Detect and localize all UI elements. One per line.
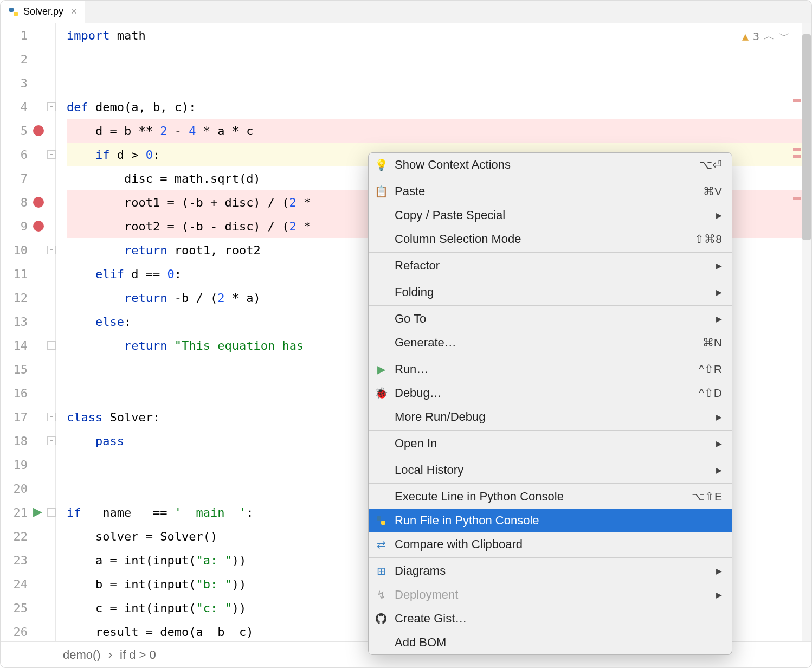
code-line[interactable] bbox=[67, 47, 811, 71]
breakpoint-icon[interactable] bbox=[33, 197, 44, 208]
close-tab-icon[interactable]: × bbox=[71, 6, 77, 17]
line-number[interactable]: 9 bbox=[6, 214, 28, 238]
menu-item-debug[interactable]: 🐞Debug…^⇧D bbox=[369, 381, 732, 405]
svg-rect-3 bbox=[381, 521, 385, 525]
line-number[interactable]: 4 bbox=[6, 95, 28, 119]
editor-tab[interactable]: Solver.py × bbox=[1, 1, 85, 23]
menu-separator bbox=[369, 178, 732, 178]
gutter[interactable]: 1234567891011121314151617181920212223242… bbox=[1, 23, 56, 641]
menu-item-run-file-in-python-console[interactable]: Run File in Python Console bbox=[369, 509, 732, 532]
python-file-icon bbox=[8, 7, 19, 17]
breakpoint-icon[interactable] bbox=[33, 125, 44, 136]
line-number[interactable]: 11 bbox=[6, 262, 28, 286]
menu-item-execute-line-in-python-console[interactable]: Execute Line in Python Console⌥⇧E bbox=[369, 485, 732, 509]
menu-item-create-gist[interactable]: Create Gist… bbox=[369, 607, 732, 631]
breakpoint-icon[interactable] bbox=[33, 221, 44, 232]
menu-item-open-in[interactable]: Open In▶ bbox=[369, 432, 732, 455]
menu-shortcut: ⌘V bbox=[703, 185, 722, 198]
line-number[interactable]: 10 bbox=[6, 238, 28, 262]
menu-item-label: Folding bbox=[395, 285, 710, 299]
menu-item-show-context-actions[interactable]: 💡Show Context Actions⌥⏎ bbox=[369, 153, 732, 177]
menu-item-label: Run… bbox=[395, 362, 692, 376]
line-number[interactable]: 3 bbox=[6, 71, 28, 95]
menu-shortcut: ⌥⏎ bbox=[699, 158, 722, 171]
line-number[interactable]: 13 bbox=[6, 310, 28, 333]
menu-item-local-history[interactable]: Local History▶ bbox=[369, 458, 732, 482]
right-strip bbox=[801, 23, 811, 641]
submenu-arrow-icon: ▶ bbox=[716, 211, 722, 220]
menu-item-go-to[interactable]: Go To▶ bbox=[369, 307, 732, 331]
code-line[interactable]: import math bbox=[67, 23, 811, 47]
menu-item-run[interactable]: ▶Run…^⇧R bbox=[369, 357, 732, 381]
line-number[interactable]: 16 bbox=[6, 381, 28, 405]
line-number[interactable]: 19 bbox=[6, 453, 28, 477]
menu-item-label: Execute Line in Python Console bbox=[395, 490, 685, 504]
fold-toggle-icon[interactable]: − bbox=[47, 150, 56, 159]
error-marker[interactable] bbox=[793, 148, 801, 151]
line-number[interactable]: 7 bbox=[6, 166, 28, 190]
fold-toggle-icon[interactable]: − bbox=[47, 246, 56, 254]
line-number[interactable]: 5 bbox=[6, 119, 28, 143]
line-number[interactable]: 12 bbox=[6, 286, 28, 310]
code-line[interactable]: def demo(a, b, c): bbox=[67, 95, 811, 119]
breadcrumb-item[interactable]: if d > 0 bbox=[120, 648, 156, 662]
submenu-arrow-icon: ▶ bbox=[716, 567, 722, 575]
deploy-icon: ↯ bbox=[374, 588, 388, 601]
menu-item-label: Debug… bbox=[395, 386, 692, 400]
line-number[interactable]: 21 bbox=[6, 500, 28, 524]
menu-item-folding[interactable]: Folding▶ bbox=[369, 280, 732, 304]
line-number[interactable]: 15 bbox=[6, 357, 28, 381]
run-gutter-icon[interactable]: ▶ bbox=[33, 505, 42, 519]
marker-bar[interactable] bbox=[793, 23, 801, 641]
line-number[interactable]: 1 bbox=[6, 23, 28, 47]
breadcrumb-item[interactable]: demo() bbox=[63, 648, 101, 662]
fold-toggle-icon[interactable]: − bbox=[47, 341, 56, 350]
menu-item-paste[interactable]: 📋Paste⌘V bbox=[369, 179, 732, 203]
menu-item-label: More Run/Debug bbox=[395, 410, 710, 424]
code-line[interactable] bbox=[67, 71, 811, 95]
line-number[interactable]: 25 bbox=[6, 596, 28, 620]
menu-item-diagrams[interactable]: ⊞Diagrams▶ bbox=[369, 559, 732, 583]
line-number[interactable]: 23 bbox=[6, 548, 28, 572]
line-number[interactable]: 17 bbox=[6, 405, 28, 429]
menu-item-label: Compare with Clipboard bbox=[395, 537, 722, 551]
bulb-icon: 💡 bbox=[374, 158, 388, 171]
fold-toggle-icon[interactable]: − bbox=[47, 413, 56, 421]
menu-separator bbox=[369, 252, 732, 253]
error-marker[interactable] bbox=[793, 99, 801, 102]
clip-icon: 📋 bbox=[374, 185, 388, 198]
menu-item-generate[interactable]: Generate…⌘N bbox=[369, 331, 732, 355]
menu-item-label: Deployment bbox=[395, 588, 710, 602]
fold-toggle-icon[interactable]: − bbox=[47, 102, 56, 111]
code-line[interactable]: d = b ** 2 - 4 * a * c bbox=[67, 119, 811, 143]
scrollbar-thumb[interactable] bbox=[802, 34, 811, 240]
fold-toggle-icon[interactable]: − bbox=[47, 436, 56, 445]
line-number[interactable]: 22 bbox=[6, 524, 28, 548]
menu-item-more-run-debug[interactable]: More Run/Debug▶ bbox=[369, 405, 732, 429]
diagram-icon: ⊞ bbox=[374, 564, 388, 577]
menu-item-copy-paste-special[interactable]: Copy / Paste Special▶ bbox=[369, 203, 732, 227]
line-number[interactable]: 2 bbox=[6, 47, 28, 71]
line-number[interactable]: 6 bbox=[6, 143, 28, 166]
submenu-arrow-icon: ▶ bbox=[716, 590, 722, 599]
menu-separator bbox=[369, 430, 732, 431]
line-number[interactable]: 18 bbox=[6, 429, 28, 453]
menu-item-refactor[interactable]: Refactor▶ bbox=[369, 254, 732, 278]
menu-item-compare-with-clipboard[interactable]: ⇄Compare with Clipboard bbox=[369, 532, 732, 556]
line-number[interactable]: 26 bbox=[6, 620, 28, 644]
scrollbar-track[interactable] bbox=[802, 23, 811, 641]
error-marker[interactable] bbox=[793, 197, 801, 200]
line-number[interactable]: 14 bbox=[6, 333, 28, 357]
menu-shortcut: ⌥⇧E bbox=[692, 490, 722, 503]
menu-item-column-selection-mode[interactable]: Column Selection Mode⇧⌘8 bbox=[369, 227, 732, 251]
line-number[interactable]: 24 bbox=[6, 572, 28, 596]
menu-item-label: Diagrams bbox=[395, 564, 710, 578]
error-marker[interactable] bbox=[793, 155, 801, 158]
line-number[interactable]: 20 bbox=[6, 477, 28, 500]
line-number[interactable]: 8 bbox=[6, 190, 28, 214]
menu-separator bbox=[369, 305, 732, 306]
menu-item-add-bom[interactable]: Add BOM bbox=[369, 631, 732, 654]
menu-item-label: Column Selection Mode bbox=[395, 232, 688, 246]
fold-toggle-icon[interactable]: − bbox=[47, 508, 56, 517]
menu-item-label: Local History bbox=[395, 463, 710, 477]
